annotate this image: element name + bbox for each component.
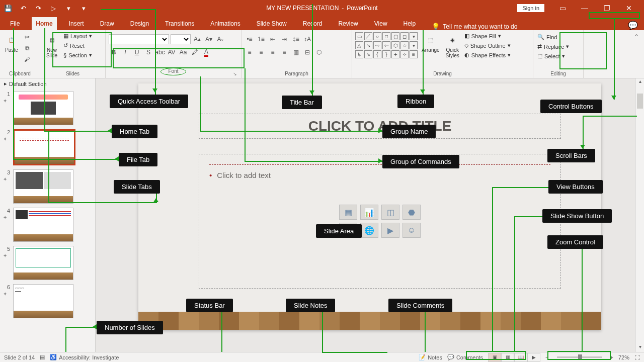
qat-more-icon[interactable]: ▾ [64, 4, 72, 12]
start-from-beginning-icon[interactable]: ▷ [49, 4, 57, 12]
vertical-scrollbar[interactable]: ▴ ▾ [635, 78, 644, 352]
sign-in-button[interactable]: Sign in [517, 4, 544, 12]
insert-video-icon[interactable]: ▶ [381, 223, 399, 238]
redo-icon[interactable]: ↷ [34, 4, 42, 12]
shape-fill-button[interactable]: ◧ Shape Fill ▾ [463, 32, 512, 40]
spell-check-icon[interactable]: ▤ [40, 354, 45, 360]
notes-button[interactable]: 📝 Notes [419, 354, 442, 360]
shadow-icon[interactable]: abc [155, 47, 165, 57]
title-placeholder[interactable]: CLICK TO ADD TITLE [199, 114, 561, 139]
maximize-icon[interactable]: ❐ [596, 1, 618, 15]
format-painter-icon[interactable]: 🖌 [22, 54, 32, 64]
shape-outline-button[interactable]: ◇ Shape Outline ▾ [463, 42, 512, 49]
normal-view-icon[interactable]: ▣ [488, 353, 501, 362]
tab-file[interactable]: File [6, 17, 24, 30]
font-color-icon[interactable]: A [201, 47, 211, 57]
align-text-icon[interactable]: ⊟ [302, 47, 312, 57]
sorter-view-icon[interactable]: ▦ [501, 353, 514, 362]
slide-counter[interactable]: Slide 2 of 14 [4, 354, 35, 360]
font-size-select[interactable] [171, 34, 191, 44]
fit-window-icon[interactable]: ⛶ [634, 354, 640, 360]
decrease-font-icon[interactable]: A▾ [204, 34, 214, 44]
tab-review[interactable]: Review [334, 17, 362, 30]
tell-me[interactable]: 💡Tell me what you want to do [432, 23, 517, 30]
zoom-in-icon[interactable]: + [610, 354, 613, 360]
insert-chart-icon[interactable]: 📊 [360, 205, 378, 220]
tab-design[interactable]: Design [126, 17, 153, 30]
minimize-icon[interactable]: — [574, 1, 596, 15]
insert-icon-icon[interactable]: ☺ [403, 223, 421, 238]
scroll-thumb[interactable] [637, 94, 643, 109]
tab-animations[interactable]: Animations [206, 17, 244, 30]
paste-button[interactable]: 📋 Paste [3, 32, 20, 54]
reset-button[interactable]: ↺ Reset [62, 42, 93, 49]
slide-area[interactable]: CLICK TO ADD TITLE •Click to add text ▦ … [138, 83, 601, 330]
comments-button[interactable]: 💬 Comments [447, 354, 483, 360]
text-direction-icon[interactable]: ↕A [302, 34, 312, 44]
tab-help[interactable]: Help [399, 17, 420, 30]
justify-icon[interactable]: ≡ [279, 47, 289, 57]
align-left-icon[interactable]: ≡ [245, 47, 255, 57]
slide-thumb-5[interactable] [13, 246, 73, 280]
undo-icon[interactable]: ↶ [19, 4, 27, 12]
increase-font-icon[interactable]: A▴ [192, 34, 202, 44]
zoom-out-icon[interactable]: − [545, 354, 548, 360]
replace-button[interactable]: ⇄ Replace ▾ [536, 43, 570, 50]
spacing-icon[interactable]: AV [167, 47, 177, 57]
insert-3d-icon[interactable]: ⬣ [403, 205, 421, 220]
insert-online-pic-icon[interactable]: 🌐 [360, 223, 378, 238]
share-icon[interactable]: 💬 [628, 21, 638, 30]
cut-icon[interactable]: ✂ [22, 32, 32, 42]
indent-inc-icon[interactable]: ⇥ [279, 34, 289, 44]
clear-format-icon[interactable]: Aₓ [215, 34, 225, 44]
find-button[interactable]: 🔍 Find [536, 33, 558, 41]
reading-view-icon[interactable]: 📖 [514, 353, 527, 362]
case-icon[interactable]: Aa [178, 47, 188, 57]
font-name-select[interactable] [109, 34, 169, 44]
shapes-gallery[interactable]: ▭／○□▢◻▾ △↘⇨⇦⬡☆▾ ↳∿{}✦✧≡ [355, 32, 418, 58]
slideshow-view-icon[interactable]: ▶ [527, 353, 540, 362]
insert-smartart-icon[interactable]: ◫ [381, 205, 399, 220]
tab-draw[interactable]: Draw [96, 17, 118, 30]
slide-thumb-6[interactable]: ▭▭▭▬▬ [13, 284, 73, 318]
content-placeholder[interactable]: •Click to add text ▦ 📊 ◫ ⬣ 🖼 🌐 ▶ ☺ [199, 154, 561, 289]
align-center-icon[interactable]: ≡ [256, 47, 266, 57]
new-slide-button[interactable]: ▤ New Slide [43, 32, 60, 59]
save-icon[interactable]: 💾 [4, 4, 12, 12]
dialog-launcher-icon[interactable]: ↘ [233, 71, 237, 76]
strike-icon[interactable]: S [143, 47, 153, 57]
tab-transitions[interactable]: Transitions [161, 17, 198, 30]
copy-icon[interactable]: ⧉ [22, 43, 32, 53]
numbering-icon[interactable]: 1≡ [256, 34, 266, 44]
collapse-ribbon-icon[interactable]: ⌃ [629, 30, 644, 78]
highlight-icon[interactable]: 🖍 [190, 47, 200, 57]
section-header[interactable]: ▸ Default Section [0, 78, 95, 89]
zoom-level[interactable]: 72% [618, 354, 629, 360]
indent-dec-icon[interactable]: ⇤ [268, 34, 278, 44]
italic-icon[interactable]: I [120, 47, 130, 57]
scroll-down-icon[interactable]: ▾ [636, 344, 644, 352]
bold-icon[interactable]: B [109, 47, 119, 57]
columns-icon[interactable]: ▥ [291, 47, 301, 57]
underline-icon[interactable]: U [132, 47, 142, 57]
accessibility-status[interactable]: ♿ Accessibility: Investigate [50, 354, 119, 360]
bullets-icon[interactable]: •≡ [245, 34, 255, 44]
zoom-slider[interactable] [557, 356, 602, 358]
tab-view[interactable]: View [370, 17, 391, 30]
ribbon-display-icon[interactable]: ▭ [551, 1, 574, 15]
align-right-icon[interactable]: ≡ [268, 47, 278, 57]
smartart-icon[interactable]: ⬡ [314, 47, 324, 57]
layout-button[interactable]: ▦ Layout ▾ [62, 32, 93, 40]
slide-thumb-3[interactable] [13, 169, 73, 204]
quick-styles-button[interactable]: ◉ Quick Styles [444, 32, 461, 59]
slide-thumb-4[interactable] [13, 208, 73, 242]
shape-effects-button[interactable]: ◐ Shape Effects ▾ [463, 51, 512, 59]
slide-thumb-2[interactable] [13, 129, 75, 165]
tab-insert[interactable]: Insert [65, 17, 88, 30]
tab-slideshow[interactable]: Slide Show [253, 17, 291, 30]
scroll-up-icon[interactable]: ▴ [636, 78, 644, 86]
close-icon[interactable]: ✕ [618, 1, 640, 15]
line-spacing-icon[interactable]: ‡≡ [291, 34, 301, 44]
select-button[interactable]: ⬚ Select ▾ [536, 52, 566, 60]
insert-table-icon[interactable]: ▦ [339, 205, 357, 220]
